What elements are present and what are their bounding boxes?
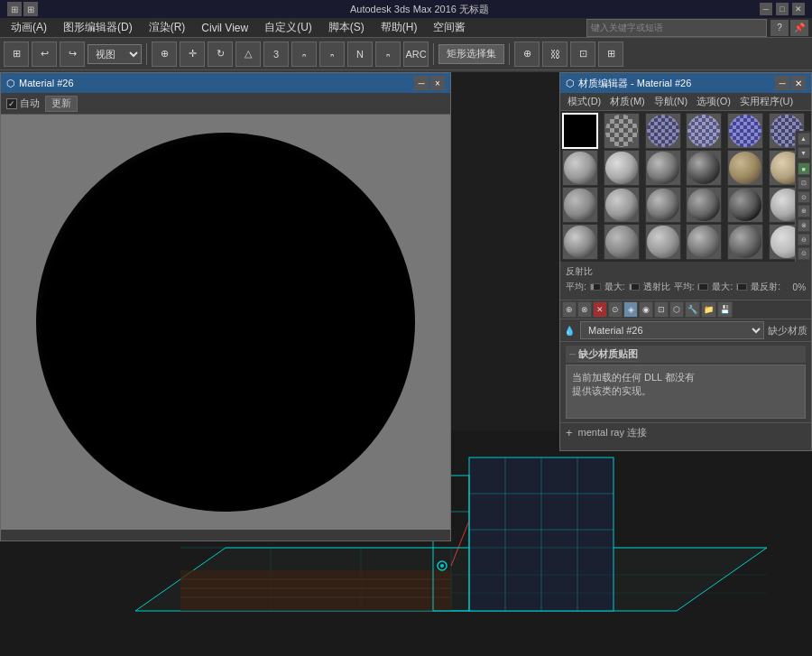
mat-slot-0-4[interactable] [727, 113, 763, 149]
maximize-btn[interactable]: □ [776, 3, 789, 15]
small-editor-close[interactable]: ✕ [791, 76, 806, 90]
mat-slot-2-3[interactable] [686, 187, 722, 223]
dropper-icon: 💧 [564, 326, 575, 336]
tb2-btn-6[interactable]: 🔧 [685, 301, 700, 318]
menu-mode[interactable]: 模式(D) [564, 94, 604, 109]
pin-icon[interactable]: 📌 [790, 20, 808, 36]
auto-checkbox[interactable]: 自动 [6, 97, 40, 110]
update-button[interactable]: 更新 [45, 96, 78, 112]
right-btn-7[interactable]: ⊙ [798, 247, 810, 260]
toolbar-chain-btn[interactable]: ⛓ [542, 42, 567, 67]
menu-script[interactable]: 脚本(S) [321, 18, 372, 37]
menu-civil-view[interactable]: Civil View [194, 20, 255, 36]
minimize-btn[interactable]: ─ [760, 3, 772, 15]
menu-material[interactable]: 材质(M) [606, 94, 649, 109]
toolbar-magnet-btn[interactable]: ⊕ [514, 42, 540, 67]
tb2-btn-5[interactable]: ⬡ [669, 301, 684, 318]
tb2-btn-8[interactable]: 💾 [717, 301, 733, 318]
tb2-btn-7[interactable]: 📁 [701, 301, 716, 318]
material-name-row: 💧 Material #26 缺少材质 [560, 319, 811, 341]
mat-slot-1-4[interactable] [727, 150, 763, 186]
tb2-btn-red[interactable]: ✕ [593, 301, 607, 318]
tb2-btn-highlight[interactable]: ◈ [623, 301, 638, 318]
right-btn-5[interactable]: ⊗ [798, 219, 810, 232]
right-btn-6[interactable]: ⊖ [798, 234, 810, 246]
big-dialog-minimize[interactable]: ─ [414, 76, 429, 90]
menu-customize[interactable]: 自定义(U) [257, 18, 319, 37]
trans-avg-slider[interactable] [697, 283, 708, 291]
small-editor-icon: ⬡ [566, 78, 575, 89]
collapse-arrow[interactable]: ─ [569, 349, 578, 359]
material-editor-small: ⬡ 材质编辑器 - Material #26 ─ ✕ 模式(D) 材质(M) 导… [559, 72, 812, 451]
mat-slot-3-0[interactable] [562, 224, 598, 260]
mat-slot-2-2[interactable] [645, 187, 681, 223]
toolbar-btn-arc[interactable]: ARC [403, 42, 429, 67]
toolbar-rotate-btn[interactable]: ↻ [208, 42, 233, 67]
menu-space[interactable]: 空间酱 [426, 18, 473, 37]
mat-slot-3-4[interactable] [727, 224, 763, 260]
toolbar-btn-0[interactable]: ⊞ [4, 42, 29, 67]
app-title: Autodesk 3ds Max 2016 无标题 [79, 3, 760, 16]
small-editor-minimize[interactable]: ─ [775, 76, 789, 90]
toolbar-btn-8[interactable]: ⊡ [570, 42, 595, 67]
toolbar-btn-1[interactable]: ↩ [32, 42, 57, 67]
help-icon[interactable]: ? [770, 20, 789, 36]
tb2-btn-1[interactable]: ⊗ [577, 301, 592, 318]
mat-slot-2-0[interactable] [562, 187, 598, 223]
mat-slot-3-2[interactable] [645, 224, 681, 260]
mat-slot-2-4[interactable] [727, 187, 763, 223]
toolbar-btn-6[interactable]: N [347, 42, 373, 67]
menu-help[interactable]: 帮助(H) [374, 18, 425, 37]
search-bar[interactable]: 键入关键字或短语 [586, 19, 767, 37]
mat-slot-1-2[interactable] [645, 150, 681, 186]
mental-ray-label: mental ray 连接 [578, 426, 647, 439]
menu-animation[interactable]: 动画(A) [4, 18, 54, 37]
trans-max-slider[interactable] [736, 283, 747, 291]
menu-render[interactable]: 渲染(R) [142, 18, 193, 37]
mat-slot-0-3[interactable] [686, 113, 722, 149]
right-btn-4[interactable]: ⊕ [798, 205, 810, 217]
toolbar-btn-9[interactable]: ⊞ [598, 42, 623, 67]
max-slider[interactable] [629, 283, 640, 291]
auto-checkbox-box[interactable] [6, 98, 17, 109]
view-dropdown[interactable]: 视图 [88, 44, 142, 64]
right-btn-color[interactable]: ■ [798, 162, 810, 175]
right-btn-1[interactable]: ▼ [798, 147, 810, 160]
tb2-btn-0[interactable]: ⊕ [562, 301, 577, 318]
mat-slot-1-1[interactable] [604, 150, 640, 186]
menu-graph-editor[interactable]: 图形编辑器(D) [56, 18, 140, 37]
small-editor-menubar: 模式(D) 材质(M) 导航(N) 选项(O) 实用程序(U) [560, 93, 811, 111]
close-btn[interactable]: ✕ [792, 3, 805, 15]
mat-slot-0-0[interactable] [562, 113, 598, 149]
toolbar-select-btn[interactable]: ⊕ [152, 42, 177, 67]
toolbar-btn-2[interactable]: ↪ [60, 42, 85, 67]
mat-slot-0-2[interactable] [645, 113, 681, 149]
reflect-row: 反射比 [566, 265, 806, 278]
mat-slot-0-1[interactable] [604, 113, 640, 149]
tb2-btn-3[interactable]: ◉ [639, 301, 653, 318]
menu-utilities[interactable]: 实用程序(U) [736, 94, 797, 109]
toolbar-btn-4[interactable]: ₙ [291, 42, 317, 67]
right-btn-0[interactable]: ▲ [798, 133, 810, 145]
tb2-btn-4[interactable]: ⊡ [654, 301, 669, 318]
tb2-btn-2[interactable]: ⊙ [608, 301, 623, 318]
big-dialog-close[interactable]: × [430, 76, 445, 90]
toolbar-scale-btn[interactable]: △ [235, 42, 261, 67]
mental-ray-expand-btn[interactable]: + [566, 426, 573, 439]
avg-slider[interactable] [590, 283, 601, 291]
toolbar-btn-5[interactable]: ₙ [319, 42, 345, 67]
mat-slot-2-1[interactable] [604, 187, 640, 223]
mat-slot-1-0[interactable] [562, 150, 598, 186]
toolbar-move-btn[interactable]: ✛ [180, 42, 205, 67]
toolbar-btn-7[interactable]: ₙ [375, 42, 401, 67]
right-btn-2[interactable]: ⊡ [798, 177, 810, 189]
mat-slot-3-1[interactable] [604, 224, 640, 260]
menu-options[interactable]: 选项(O) [693, 94, 734, 109]
menu-navigate[interactable]: 导航(N) [651, 94, 691, 109]
mat-slot-3-3[interactable] [686, 224, 722, 260]
toolbar-btn-3[interactable]: 3 [263, 42, 289, 67]
material-name-dropdown[interactable]: Material #26 [580, 321, 764, 339]
right-btn-3[interactable]: ⊙ [798, 191, 810, 204]
mat-slot-1-3[interactable] [686, 150, 722, 186]
rect-select-btn[interactable]: 矩形选择集 [438, 44, 504, 64]
